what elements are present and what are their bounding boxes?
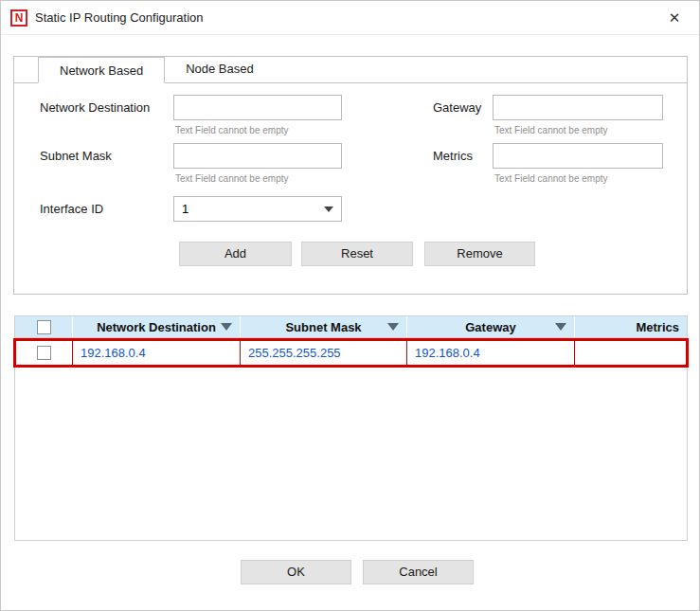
metrics-input[interactable] (493, 143, 663, 169)
cancel-button[interactable]: Cancel (363, 560, 474, 584)
subnet-mask-input[interactable] (173, 143, 342, 169)
header-network-destination[interactable]: Network Destination (73, 316, 241, 337)
header-subnet-mask[interactable]: Subnet Mask (241, 316, 407, 337)
cell-metrics (575, 340, 687, 366)
gateway-label: Gateway (433, 100, 481, 115)
tab-node-based[interactable]: Node Based (165, 56, 275, 82)
header-metrics[interactable]: Metrics (575, 316, 687, 337)
row-checkbox-cell (15, 340, 73, 366)
tab-network-based[interactable]: Network Based (38, 57, 165, 83)
titlebar: N Static IP Routing Configuration ✕ (1, 1, 699, 35)
filter-icon[interactable] (221, 323, 232, 331)
cell-subnet-mask: 255.255.255.255 (241, 340, 407, 366)
dialog-window: N Static IP Routing Configuration ✕ Netw… (0, 0, 700, 611)
metrics-hint: Text Field cannot be empty (494, 173, 608, 184)
routes-table: Network Destination Subnet Mask Gateway … (14, 315, 688, 541)
table-row[interactable]: 192.168.0.4 255.255.255.255 192.168.0.4 (15, 340, 687, 366)
form-panel: Network Based Node Based Network Destina… (13, 56, 688, 295)
network-destination-input[interactable] (173, 95, 342, 120)
reset-button[interactable]: Reset (301, 242, 413, 266)
tabstrip: Network Based Node Based (14, 57, 687, 83)
network-destination-hint: Text Field cannot be empty (175, 125, 289, 135)
add-button[interactable]: Add (179, 242, 292, 266)
header-checkbox-cell (15, 316, 73, 337)
interface-id-label: Interface ID (40, 202, 103, 216)
filter-icon[interactable] (555, 323, 566, 331)
app-logo-icon: N (10, 9, 27, 27)
interface-id-value: 1 (182, 202, 188, 216)
gateway-input[interactable] (493, 95, 663, 120)
subnet-mask-label: Subnet Mask (40, 149, 112, 163)
network-destination-label: Network Destination (40, 100, 150, 115)
select-all-checkbox[interactable] (37, 320, 51, 334)
window-title: Static IP Routing Configuration (35, 10, 204, 25)
header-gateway[interactable]: Gateway (407, 316, 575, 337)
cell-network-destination: 192.168.0.4 (73, 340, 241, 366)
gateway-hint: Text Field cannot be empty (494, 125, 608, 135)
remove-button[interactable]: Remove (424, 242, 535, 266)
chevron-down-icon (324, 207, 333, 212)
subnet-mask-hint: Text Field cannot be empty (175, 173, 289, 184)
cell-gateway: 192.168.0.4 (407, 340, 575, 366)
table-header-row: Network Destination Subnet Mask Gateway … (15, 316, 687, 338)
ok-button[interactable]: OK (241, 560, 351, 584)
row-checkbox[interactable] (37, 346, 51, 360)
close-button[interactable]: ✕ (663, 7, 686, 29)
filter-icon[interactable] (387, 323, 399, 331)
metrics-label: Metrics (433, 149, 473, 163)
interface-id-dropdown[interactable]: 1 (173, 196, 342, 222)
